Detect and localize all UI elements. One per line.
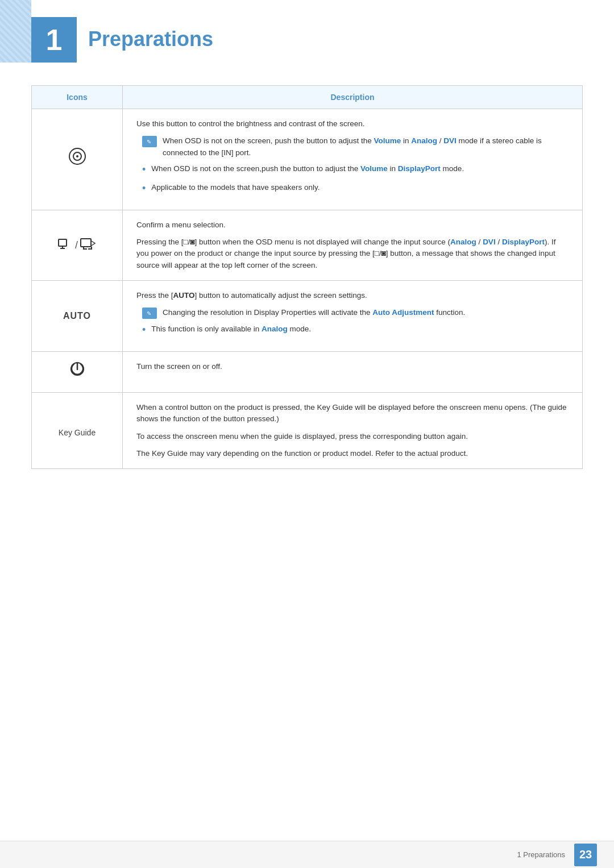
main-content: Icons Description Use this button to c bbox=[31, 85, 583, 469]
icon-cell-power bbox=[32, 352, 123, 393]
slash-separator: / bbox=[75, 238, 78, 253]
bullet-dot-auto-1: • This function is only available in Ana… bbox=[136, 323, 569, 338]
highlight-volume-2: Volume bbox=[360, 164, 388, 173]
svg-point-2 bbox=[76, 155, 78, 157]
bullet-dot-1: • When OSD is not on the screen,push the… bbox=[136, 163, 569, 177]
desc-keyguide-2: To access the onscreen menu when the gui… bbox=[136, 431, 569, 442]
chapter-header: 1 Preparations bbox=[31, 0, 614, 85]
highlight-displayport-2: DisplayPort bbox=[502, 238, 545, 246]
highlight-analog-1: Analog bbox=[411, 136, 437, 145]
footer-text: 1 Preparations bbox=[517, 850, 565, 859]
bullet-dot-2: • Applicable to the models that have spe… bbox=[136, 182, 569, 196]
decorative-stripe bbox=[0, 0, 31, 63]
brightness-icon bbox=[67, 146, 88, 167]
table-row: Turn the screen on or off. bbox=[32, 352, 583, 393]
highlight-dvi-1: DVI bbox=[443, 136, 457, 145]
bullet-note-auto-1-text: Changing the resolution in Display Prope… bbox=[163, 307, 465, 318]
bullet-dot-icon-2: • bbox=[142, 181, 146, 196]
monitor-loop-icon bbox=[80, 238, 96, 252]
highlight-dvi-2: DVI bbox=[483, 238, 496, 246]
auto-icon: AUTO bbox=[43, 309, 111, 323]
svg-rect-5 bbox=[59, 239, 67, 246]
bullet-dot-auto-1-text: This function is only available in Analo… bbox=[151, 323, 311, 335]
icon-cell-brightness bbox=[32, 109, 123, 210]
highlight-displayport-1: DisplayPort bbox=[398, 164, 441, 173]
icons-table: Icons Description Use this button to c bbox=[31, 85, 583, 469]
col-header-desc: Description bbox=[123, 86, 583, 109]
desc-keyguide-1: When a control button on the product is … bbox=[136, 402, 569, 425]
note-icon-1: ✎ bbox=[142, 136, 157, 147]
desc-intro-brightness: Use this button to control the brightnes… bbox=[136, 118, 569, 130]
monitor-square-icon bbox=[58, 239, 73, 251]
highlight-analog-2: Analog bbox=[450, 238, 476, 246]
bullet-note-1: ✎ When OSD is not on the screen, push th… bbox=[136, 135, 569, 159]
desc-extra-input: Pressing the [□/◙] button when the OSD m… bbox=[136, 236, 569, 271]
desc-cell-brightness: Use this button to control the brightnes… bbox=[123, 109, 583, 210]
desc-intro-power: Turn the screen on or off. bbox=[136, 361, 569, 372]
desc-cell-auto: Press the [AUTO] button to automatically… bbox=[123, 280, 583, 351]
highlight-auto-adj: Auto Adjustment bbox=[372, 308, 434, 317]
table-row: / Confirm a menu selection. bbox=[32, 210, 583, 280]
table-row: AUTO Press the [AUTO] button to automati… bbox=[32, 280, 583, 351]
svg-rect-8 bbox=[81, 239, 91, 247]
icon-cell-keyguide: Key Guide bbox=[32, 393, 123, 469]
highlight-analog-auto: Analog bbox=[262, 325, 288, 333]
chapter-number: 1 bbox=[31, 17, 77, 63]
chapter-title: Preparations bbox=[88, 17, 213, 51]
highlight-auto: AUTO bbox=[173, 291, 195, 300]
svg-text:✎: ✎ bbox=[147, 310, 151, 317]
bullet-dot-icon-1: • bbox=[142, 162, 146, 177]
icon-cell-input: / bbox=[32, 210, 123, 280]
monitor-input-icon: / bbox=[43, 238, 111, 253]
svg-text:✎: ✎ bbox=[147, 139, 151, 145]
desc-keyguide-3: The Key Guide may vary depending on the … bbox=[136, 448, 569, 459]
note-icon-auto-1: ✎ bbox=[142, 308, 157, 319]
page-footer: 1 Preparations 23 bbox=[0, 841, 614, 868]
table-row: Key Guide When a control button on the p… bbox=[32, 393, 583, 469]
table-header-row: Icons Description bbox=[32, 86, 583, 109]
bullet-dot-2-text: Applicable to the models that have speak… bbox=[151, 182, 320, 193]
footer-page-number: 23 bbox=[574, 844, 597, 866]
bullet-note-1-text: When OSD is not on the screen, push the … bbox=[163, 135, 569, 159]
desc-intro-auto: Press the [AUTO] button to automatically… bbox=[136, 290, 569, 301]
keyguide-text: Key Guide bbox=[59, 428, 96, 437]
bullet-dot-1-text: When OSD is not on the screen,push the b… bbox=[151, 163, 464, 175]
desc-cell-power: Turn the screen on or off. bbox=[123, 352, 583, 393]
icon-cell-auto: AUTO bbox=[32, 280, 123, 351]
desc-cell-input: Confirm a menu selection. Pressing the [… bbox=[123, 210, 583, 280]
power-icon bbox=[68, 360, 86, 378]
table-row: Use this button to control the brightnes… bbox=[32, 109, 583, 210]
bullet-dot-icon-auto-1: • bbox=[142, 322, 146, 338]
desc-intro-input: Confirm a menu selection. bbox=[136, 219, 569, 231]
highlight-volume-1: Volume bbox=[374, 136, 401, 145]
bullet-note-auto-1: ✎ Changing the resolution in Display Pro… bbox=[136, 307, 569, 319]
desc-cell-keyguide: When a control button on the product is … bbox=[123, 393, 583, 469]
col-header-icons: Icons bbox=[32, 86, 123, 109]
